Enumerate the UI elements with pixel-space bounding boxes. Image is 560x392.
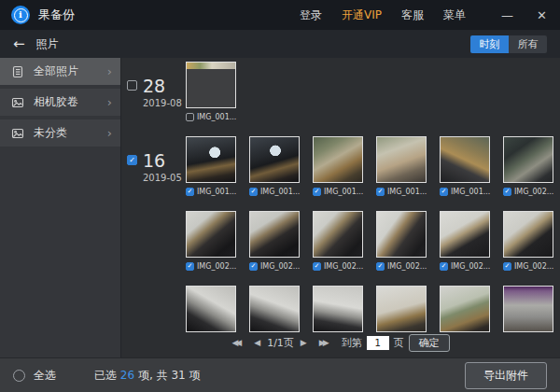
goto-page-label: 到第 xyxy=(342,336,362,350)
photo-checkbox[interactable]: ✓ xyxy=(186,262,194,271)
sidebar-item-label: 相机胶卷 xyxy=(34,94,107,110)
chevron-right-icon: › xyxy=(107,96,112,108)
minimize-button[interactable]: — xyxy=(501,9,513,21)
photo-checkbox[interactable]: ✓ xyxy=(440,262,448,271)
confirm-page-button[interactable]: 确定 xyxy=(409,334,450,352)
photo-cell: ✓IMG_002... xyxy=(186,211,236,272)
sidebar-item[interactable]: 全部照片› xyxy=(0,58,120,85)
photo-thumbnail[interactable] xyxy=(249,136,300,183)
select-all-label[interactable]: 全选 xyxy=(34,368,56,384)
photo-thumbnail[interactable] xyxy=(503,286,553,332)
back-arrow-icon[interactable]: ← xyxy=(13,37,25,51)
photo-label: IMG_001... xyxy=(451,188,490,196)
photo-label-row: ✓IMG_002... xyxy=(503,187,553,197)
photo-label: IMG_002... xyxy=(514,262,553,271)
photo-label: IMG_001... xyxy=(324,188,363,196)
photo-label-row: ✓IMG_001... xyxy=(186,187,236,197)
photo-label: IMG_002... xyxy=(387,262,427,271)
group-day: 28 xyxy=(143,77,182,95)
window-controls: — ✕ xyxy=(501,9,547,21)
photo-label: IMG_001... xyxy=(197,113,236,121)
photo-checkbox[interactable]: ✓ xyxy=(440,188,448,196)
photo-cell: ✓IMG_002... xyxy=(503,136,553,197)
photo-label-row: ✓IMG_002... xyxy=(186,261,236,272)
selected-count: 26 xyxy=(120,369,134,382)
photo-cell: ✓IMG_001... xyxy=(186,136,236,197)
photo-thumbnail[interactable] xyxy=(186,136,236,183)
photo-thumbnail[interactable] xyxy=(440,286,490,332)
toggle-button[interactable]: 所有 xyxy=(509,35,547,53)
photo-thumbnail[interactable] xyxy=(186,62,236,108)
photo-label: IMG_002... xyxy=(514,188,553,196)
photo-thumbnail[interactable] xyxy=(313,211,363,258)
photo-checkbox[interactable]: ✓ xyxy=(376,188,385,196)
photo-label-row: ✓IMG_002... xyxy=(440,261,490,272)
photo-checkbox[interactable]: ✓ xyxy=(313,262,321,271)
photo-thumbnail[interactable] xyxy=(249,211,300,258)
photo-thumbnail[interactable] xyxy=(376,286,427,332)
group-header: ✓162019-05 xyxy=(127,136,186,332)
photo-cell: ✓IMG_002... xyxy=(503,211,553,272)
group-checkbox[interactable] xyxy=(127,80,137,91)
first-page-icon[interactable]: ◀◀ xyxy=(231,339,242,347)
photo-thumbnail[interactable] xyxy=(440,211,490,258)
sidebar-item[interactable]: 未分类› xyxy=(0,119,120,147)
titlebar-link[interactable]: 客服 xyxy=(401,7,424,23)
photo-group: ✓162019-05✓IMG_001...✓IMG_001...✓IMG_001… xyxy=(127,136,560,332)
titlebar-links: 登录开通VIP客服菜单 xyxy=(300,7,466,23)
sidebar-item[interactable]: 相机胶卷› xyxy=(0,89,120,116)
photo-checkbox[interactable]: ✓ xyxy=(249,188,258,196)
titlebar-link[interactable]: 开通VIP xyxy=(342,7,382,23)
photo-thumbnail[interactable] xyxy=(440,136,490,183)
photo-cells: IMG_001... xyxy=(186,62,560,122)
photo-checkbox[interactable] xyxy=(186,113,194,121)
group-day: 16 xyxy=(143,152,182,170)
photo-thumbnail[interactable] xyxy=(376,136,427,183)
photo-thumbnail[interactable] xyxy=(503,211,553,258)
group-checkbox[interactable]: ✓ xyxy=(127,155,137,165)
photo-checkbox[interactable]: ✓ xyxy=(186,188,194,196)
export-attachments-button[interactable]: 导出附件 xyxy=(465,362,547,389)
photo-checkbox[interactable]: ✓ xyxy=(503,188,511,196)
last-page-icon[interactable]: ▶▶ xyxy=(319,339,329,347)
next-page-icon[interactable]: ▶ xyxy=(301,339,307,347)
photo-cell: ✓IMG_002... xyxy=(440,211,490,272)
titlebar-link[interactable]: 菜单 xyxy=(443,7,466,23)
photo-cell: IMG_001... xyxy=(186,62,236,122)
photo-thumbnail[interactable] xyxy=(186,286,236,332)
photo-checkbox[interactable]: ✓ xyxy=(249,262,258,271)
photo-label-row: IMG_001... xyxy=(186,112,236,122)
photo-label: IMG_001... xyxy=(387,188,427,196)
chevron-right-icon: › xyxy=(107,65,112,77)
photo-label-row: ✓IMG_001... xyxy=(249,187,300,197)
photo-label: IMG_002... xyxy=(324,262,363,271)
select-all-radio[interactable] xyxy=(13,370,25,382)
group-meta: 282019-08 xyxy=(143,77,182,122)
photo-label: IMG_002... xyxy=(260,262,300,271)
titlebar-link[interactable]: 登录 xyxy=(300,7,322,23)
photo-cell xyxy=(249,286,300,332)
photo-icon xyxy=(11,96,24,109)
prev-page-icon[interactable]: ◀ xyxy=(254,339,260,347)
photo-cell: ✓IMG_001... xyxy=(440,136,490,197)
photo-thumbnail[interactable] xyxy=(313,286,363,332)
toggle-button[interactable]: 时刻 xyxy=(470,35,509,53)
photo-checkbox[interactable]: ✓ xyxy=(376,262,385,271)
page-title: 照片 xyxy=(36,36,59,52)
photo-thumbnail[interactable] xyxy=(313,136,363,183)
photo-group: 282019-08IMG_001... xyxy=(127,62,560,122)
sidebar-item-label: 全部照片 xyxy=(34,63,107,79)
page-number-input[interactable] xyxy=(367,336,389,350)
photo-cell xyxy=(186,286,236,332)
photo-thumbnail[interactable] xyxy=(376,211,427,258)
close-button[interactable]: ✕ xyxy=(537,9,547,21)
photo-label-row: ✓IMG_002... xyxy=(503,261,553,272)
photo-checkbox[interactable]: ✓ xyxy=(313,188,321,196)
list-icon xyxy=(11,65,24,78)
photo-checkbox[interactable]: ✓ xyxy=(503,262,511,271)
app-title: 果备份 xyxy=(38,7,75,23)
body: 全部照片›相机胶卷›未分类› 282019-08IMG_001...✓16201… xyxy=(0,58,560,357)
photo-thumbnail[interactable] xyxy=(249,286,300,332)
photo-thumbnail[interactable] xyxy=(503,136,553,183)
photo-thumbnail[interactable] xyxy=(186,211,236,258)
